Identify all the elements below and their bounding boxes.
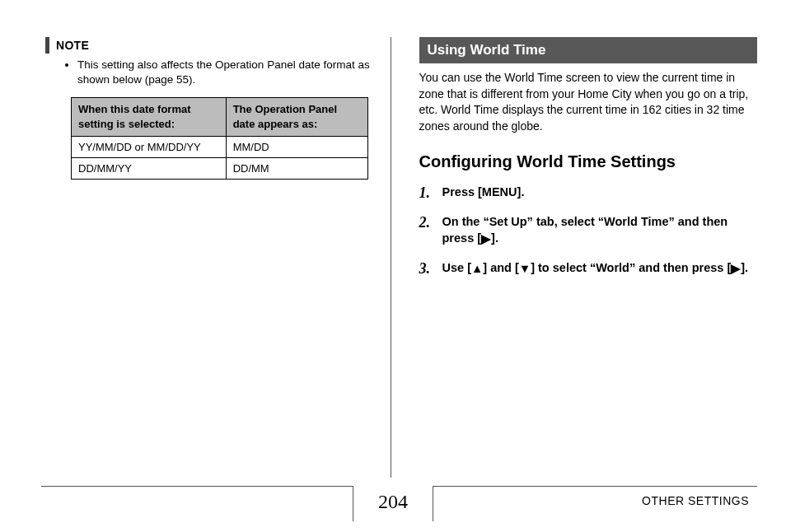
steps-list: Press [MENU]. On the “Set Up” tab, selec…	[419, 184, 758, 277]
step-text: ].	[741, 261, 748, 274]
step-text: ] to select “World” and then press [	[531, 261, 731, 274]
section-title-bar: Using World Time	[419, 37, 758, 63]
table-cell: DD/MM	[226, 157, 368, 179]
page-number: 204	[353, 486, 433, 521]
manual-page: NOTE This setting also affects the Opera…	[0, 0, 786, 532]
table-cell: YY/MM/DD or MM/DD/YY	[72, 136, 227, 157]
table-row: DD/MM/YY DD/MM	[72, 157, 368, 179]
step-text: ].	[491, 231, 498, 245]
table-cell: MM/DD	[226, 136, 368, 157]
step-text: Use [	[442, 261, 471, 274]
subsection-heading: Configuring World Time Settings	[419, 152, 758, 171]
date-format-table: When this date format setting is selecte…	[71, 97, 368, 179]
right-triangle-icon: ▶	[481, 231, 491, 248]
note-label: NOTE	[56, 39, 89, 52]
right-column: Using World Time You can use the World T…	[414, 37, 758, 478]
left-column: NOTE This setting also affects the Opera…	[49, 37, 393, 478]
table-header-1: When this date format setting is selecte…	[72, 98, 227, 136]
step-text: Press [MENU].	[442, 185, 525, 198]
step-item: On the “Set Up” tab, select “World Time”…	[419, 214, 758, 247]
note-accent-bar	[45, 37, 49, 54]
two-column-layout: NOTE This setting also affects the Opera…	[49, 37, 757, 478]
down-triangle-icon: ▼	[519, 261, 531, 278]
note-bullet-list: This setting also affects the Operation …	[49, 58, 388, 87]
step-text: ] and [	[483, 261, 519, 274]
table-cell: DD/MM/YY	[72, 157, 227, 179]
note-bullet-item: This setting also affects the Operation …	[77, 58, 388, 87]
step-item: Use [▲] and [▼] to select “World” and th…	[419, 260, 758, 278]
intro-paragraph: You can use the World Time screen to vie…	[419, 70, 758, 134]
up-triangle-icon: ▲	[471, 261, 483, 278]
note-heading: NOTE	[45, 37, 388, 54]
right-triangle-icon: ▶	[731, 261, 741, 278]
step-item: Press [MENU].	[419, 184, 758, 201]
table-row: YY/MM/DD or MM/DD/YY MM/DD	[72, 136, 368, 157]
footer-section-label: OTHER SETTINGS	[642, 494, 749, 507]
table-header-2: The Operation Panel date appears as:	[226, 98, 368, 136]
